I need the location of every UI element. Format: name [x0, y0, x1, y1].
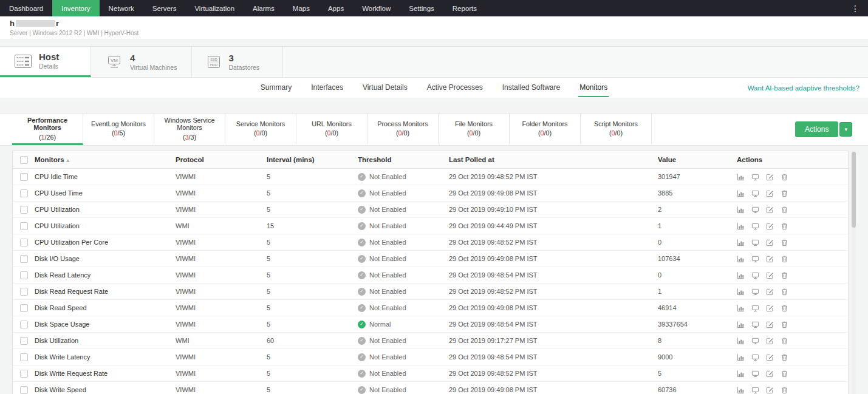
- nav-item-network[interactable]: Network: [100, 0, 143, 16]
- row-checkbox[interactable]: [20, 239, 28, 246]
- monitor-tab-process-monitors[interactable]: Process Monitors (0/0): [367, 114, 439, 145]
- edit-icon[interactable]: [766, 304, 774, 312]
- graph-icon[interactable]: [737, 386, 745, 394]
- delete-icon[interactable]: [781, 321, 788, 328]
- row-checkbox[interactable]: [20, 206, 28, 214]
- monitor-name[interactable]: Disk Read Latency: [35, 271, 176, 279]
- nav-item-maps[interactable]: Maps: [284, 0, 319, 16]
- tab-summary[interactable]: Summary: [259, 78, 293, 97]
- monitor-icon[interactable]: [751, 386, 759, 394]
- row-checkbox[interactable]: [20, 173, 28, 181]
- monitor-icon[interactable]: [751, 304, 759, 312]
- graph-icon[interactable]: [737, 337, 745, 345]
- monitor-icon[interactable]: [751, 173, 759, 181]
- edit-icon[interactable]: [766, 370, 774, 378]
- monitor-icon[interactable]: [751, 222, 759, 230]
- monitor-icon[interactable]: [751, 353, 759, 361]
- row-checkbox[interactable]: [20, 271, 28, 279]
- col-monitors[interactable]: Monitors▴: [35, 156, 176, 163]
- card-datastores[interactable]: SSD HDD 3 Datastores: [192, 47, 283, 77]
- kebab-menu-icon[interactable]: ⋮: [842, 0, 868, 16]
- edit-icon[interactable]: [766, 271, 774, 279]
- monitor-name[interactable]: Disk Read Speed: [35, 304, 176, 311]
- graph-icon[interactable]: [737, 321, 745, 328]
- delete-icon[interactable]: [781, 173, 788, 181]
- edit-icon[interactable]: [766, 239, 774, 246]
- nav-item-dashboard[interactable]: Dashboard: [0, 0, 52, 16]
- delete-icon[interactable]: [781, 271, 788, 279]
- monitor-name[interactable]: CPU Used Time: [35, 189, 176, 197]
- edit-icon[interactable]: [766, 321, 774, 328]
- monitor-name[interactable]: Disk Write Speed: [35, 386, 176, 393]
- graph-icon[interactable]: [737, 222, 745, 230]
- nav-item-settings[interactable]: Settings: [400, 0, 443, 16]
- delete-icon[interactable]: [781, 337, 788, 345]
- tab-interfaces[interactable]: Interfaces: [310, 78, 344, 97]
- graph-icon[interactable]: [737, 239, 745, 246]
- delete-icon[interactable]: [781, 206, 788, 214]
- monitor-name[interactable]: CPU Utilization: [35, 222, 176, 229]
- col-value[interactable]: Value: [658, 156, 737, 163]
- monitor-icon[interactable]: [751, 337, 759, 345]
- tab-active-processes[interactable]: Active Processes: [426, 78, 484, 97]
- row-checkbox[interactable]: [20, 353, 28, 361]
- monitor-icon[interactable]: [751, 206, 759, 214]
- scrollbar-thumb[interactable]: [852, 152, 856, 228]
- col-threshold[interactable]: Threshold: [358, 156, 449, 163]
- edit-icon[interactable]: [766, 173, 774, 181]
- graph-icon[interactable]: [737, 304, 745, 312]
- monitor-icon[interactable]: [751, 321, 759, 328]
- col-interval[interactable]: Interval (mins): [267, 156, 358, 163]
- row-checkbox[interactable]: [20, 370, 28, 378]
- graph-icon[interactable]: [737, 206, 745, 214]
- monitor-icon[interactable]: [751, 271, 759, 279]
- monitor-icon[interactable]: [751, 255, 759, 263]
- edit-icon[interactable]: [766, 255, 774, 263]
- graph-icon[interactable]: [737, 271, 745, 279]
- edit-icon[interactable]: [766, 189, 774, 197]
- nav-item-inventory[interactable]: Inventory: [52, 0, 99, 16]
- delete-icon[interactable]: [781, 255, 788, 263]
- edit-icon[interactable]: [766, 206, 774, 214]
- monitor-name[interactable]: Disk Read Request Rate: [35, 288, 176, 295]
- monitor-name[interactable]: Disk Space Usage: [35, 321, 176, 328]
- select-all-checkbox[interactable]: [20, 156, 28, 164]
- row-checkbox[interactable]: [20, 255, 28, 263]
- row-checkbox[interactable]: [20, 288, 28, 296]
- monitor-name[interactable]: Disk Utilization: [35, 337, 176, 344]
- delete-icon[interactable]: [781, 222, 788, 230]
- col-protocol[interactable]: Protocol: [176, 156, 267, 163]
- monitor-tab-eventlog-monitors[interactable]: EventLog Monitors (0/5): [83, 114, 154, 145]
- graph-icon[interactable]: [737, 288, 745, 296]
- graph-icon[interactable]: [737, 173, 745, 181]
- row-checkbox[interactable]: [20, 337, 28, 345]
- graph-icon[interactable]: [737, 189, 745, 197]
- nav-item-apps[interactable]: Apps: [319, 0, 353, 16]
- tab-virtual-details[interactable]: Virtual Details: [361, 78, 409, 97]
- monitor-name[interactable]: Disk Write Latency: [35, 353, 176, 361]
- monitor-tab-windows-service-monitors[interactable]: Windows Service Monitors (3/3): [154, 114, 225, 145]
- monitor-tab-file-monitors[interactable]: File Monitors (0/0): [439, 114, 510, 145]
- row-checkbox[interactable]: [20, 321, 28, 328]
- row-checkbox[interactable]: [20, 386, 28, 394]
- monitor-icon[interactable]: [751, 370, 759, 378]
- tab-monitors[interactable]: Monitors: [578, 78, 609, 97]
- nav-item-alarms[interactable]: Alarms: [244, 0, 284, 16]
- nav-item-servers[interactable]: Servers: [143, 0, 186, 16]
- edit-icon[interactable]: [766, 222, 774, 230]
- monitor-icon[interactable]: [751, 288, 759, 296]
- caret-down-icon[interactable]: ▾: [839, 122, 852, 137]
- monitor-tab-script-monitors[interactable]: Script Monitors (0/0): [581, 114, 652, 145]
- card-host-details[interactable]: Host Details: [0, 47, 91, 77]
- monitor-tab-url-monitors[interactable]: URL Monitors (0/0): [296, 114, 367, 145]
- monitor-name[interactable]: CPU Utilization: [35, 206, 176, 213]
- graph-icon[interactable]: [737, 353, 745, 361]
- monitor-name[interactable]: Disk Write Request Rate: [35, 370, 176, 377]
- tab-installed-software[interactable]: Installed Software: [501, 78, 561, 97]
- delete-icon[interactable]: [781, 304, 788, 312]
- nav-item-virtualization[interactable]: Virtualization: [185, 0, 244, 16]
- nav-item-reports[interactable]: Reports: [443, 0, 486, 16]
- ai-thresholds-link[interactable]: Want AI-based adaptive thresholds?: [748, 84, 859, 92]
- monitor-name[interactable]: CPU Utilization Per Core: [35, 239, 176, 246]
- actions-button[interactable]: Actions: [795, 121, 838, 137]
